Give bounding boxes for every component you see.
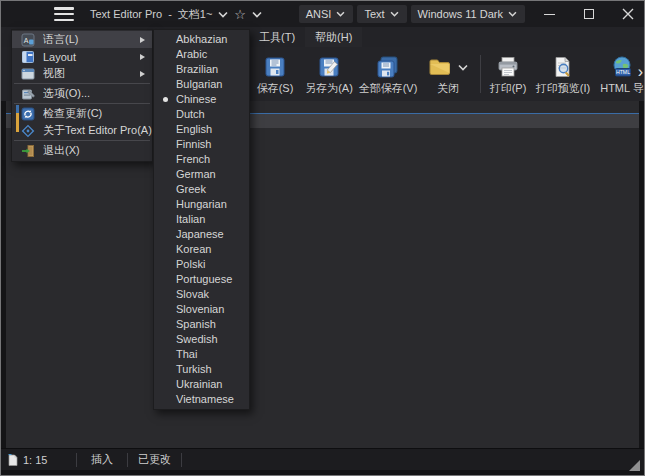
print-icon bbox=[496, 54, 520, 80]
options-icon bbox=[20, 86, 35, 101]
submenu-item-label: Brazilian bbox=[176, 63, 218, 75]
menu-item-language[interactable]: A 语言(L) bbox=[12, 31, 152, 48]
chevron-down-icon bbox=[508, 11, 518, 18]
exit-icon bbox=[20, 143, 35, 158]
save-all-icon bbox=[375, 54, 401, 80]
window-controls bbox=[543, 8, 634, 21]
submenu-arrow-icon bbox=[140, 37, 145, 43]
menu-separator bbox=[14, 103, 150, 104]
submenu-item-label: Polski bbox=[176, 258, 205, 270]
save-as-button[interactable]: 另存为(A) bbox=[301, 50, 357, 98]
menu-item-view[interactable]: 视图 bbox=[12, 65, 152, 82]
submenu-item[interactable]: Arabic bbox=[154, 47, 249, 62]
favorites-dropdown-icon[interactable] bbox=[252, 11, 262, 18]
save-icon bbox=[263, 54, 287, 80]
insert-mode-cell[interactable]: 插入 bbox=[77, 453, 128, 467]
encoding-select[interactable]: ANSI bbox=[299, 5, 354, 23]
submenu-item-label: Dutch bbox=[176, 108, 205, 120]
menu-item-options[interactable]: 选项(O)... bbox=[12, 85, 152, 102]
submenu-item[interactable]: Spanish bbox=[154, 317, 249, 332]
app-window: Text Editor Pro - 文档1~ ☆ ANSI Text Windo… bbox=[0, 0, 645, 476]
tab-tools[interactable]: 工具(T) bbox=[249, 27, 305, 47]
submenu-item-label: Arabic bbox=[176, 48, 207, 60]
theme-select[interactable]: Windows 11 Dark bbox=[411, 5, 525, 23]
language-submenu: Abkhazian Arabic Brazilian Bulgarian Chi… bbox=[153, 29, 250, 410]
submenu-item[interactable]: Portuguese bbox=[154, 272, 249, 287]
submenu-item[interactable]: Italian bbox=[154, 212, 249, 227]
submenu-item-label: Swedish bbox=[176, 333, 218, 345]
modified-status-cell: 已更改 bbox=[128, 453, 182, 467]
save-button[interactable]: 保存(S) bbox=[249, 50, 301, 98]
submenu-item[interactable]: Thai bbox=[154, 347, 249, 362]
hamburger-menu-icon[interactable] bbox=[54, 7, 74, 21]
submenu-item-label: Spanish bbox=[176, 318, 216, 330]
submenu-item[interactable]: Slovak bbox=[154, 287, 249, 302]
submenu-item[interactable]: Finnish bbox=[154, 137, 249, 152]
about-icon bbox=[20, 123, 35, 138]
modified-badge: 已更改 bbox=[138, 452, 171, 467]
submenu-item[interactable]: Hungarian bbox=[154, 197, 249, 212]
submenu-item[interactable]: Swedish bbox=[154, 332, 249, 347]
resize-grip[interactable] bbox=[629, 460, 640, 471]
save-as-icon bbox=[317, 54, 341, 80]
document-icon bbox=[8, 454, 18, 466]
main-dropdown-menu: A 语言(L) Layout 视图 选项(O)... bbox=[11, 29, 153, 162]
submenu-item[interactable]: Vietnamese bbox=[154, 392, 249, 407]
submenu-item-label: Hungarian bbox=[176, 198, 227, 210]
toolbar-overflow-button[interactable]: › bbox=[638, 64, 643, 80]
menu-item-layout[interactable]: Layout bbox=[12, 48, 152, 65]
submenu-item[interactable]: Korean bbox=[154, 242, 249, 257]
menu-item-exit[interactable]: 退出(X) bbox=[12, 142, 152, 159]
submenu-item[interactable]: German bbox=[154, 167, 249, 182]
layout-icon bbox=[20, 49, 35, 64]
gutter-saved-change-marker bbox=[16, 105, 19, 113]
submenu-item-label: Finnish bbox=[176, 138, 211, 150]
submenu-item[interactable]: French bbox=[154, 152, 249, 167]
save-all-button[interactable]: 全部保存(V) bbox=[357, 50, 419, 98]
caret-position-cell: 1: 15 bbox=[1, 453, 77, 467]
minimize-button[interactable] bbox=[543, 8, 556, 21]
toolbar-separator bbox=[480, 55, 481, 93]
submenu-item-label: Portuguese bbox=[176, 273, 232, 285]
submenu-item-label: Japanese bbox=[176, 228, 224, 240]
print-button[interactable]: 打印(P) bbox=[484, 50, 532, 98]
submenu-item-label: Greek bbox=[176, 183, 206, 195]
submenu-item[interactable]: Polski bbox=[154, 257, 249, 272]
submenu-item[interactable]: Bulgarian bbox=[154, 77, 249, 92]
submenu-item[interactable]: Japanese bbox=[154, 227, 249, 242]
submenu-item-label: Vietnamese bbox=[176, 393, 234, 405]
tab-help[interactable]: 帮助(H) bbox=[305, 27, 362, 47]
submenu-item-label: Bulgarian bbox=[176, 78, 222, 90]
submenu-item[interactable]: Slovenian bbox=[154, 302, 249, 317]
title-separator: - bbox=[168, 8, 172, 20]
print-preview-button[interactable]: 打印预览(I) bbox=[532, 50, 594, 98]
window-title: Text Editor Pro - 文档1~ ☆ bbox=[90, 7, 262, 22]
submenu-item[interactable]: Greek bbox=[154, 182, 249, 197]
view-window-icon bbox=[20, 66, 35, 81]
submenu-item[interactable]: Dutch bbox=[154, 107, 249, 122]
maximize-button[interactable] bbox=[582, 8, 595, 21]
close-file-button[interactable]: 关闭 bbox=[419, 50, 477, 98]
menu-separator bbox=[14, 140, 150, 141]
document-dropdown-icon[interactable] bbox=[218, 11, 228, 18]
svg-text:HTML: HTML bbox=[616, 69, 630, 75]
submenu-arrow-icon bbox=[140, 54, 145, 60]
menu-item-check-updates[interactable]: 检查更新(C) bbox=[12, 105, 152, 122]
submenu-item[interactable]: Brazilian bbox=[154, 62, 249, 77]
html-export-icon: HTML bbox=[610, 54, 634, 80]
document-name: 文档1~ bbox=[178, 7, 213, 22]
svg-text:A: A bbox=[23, 36, 28, 43]
submenu-item[interactable]: English bbox=[154, 122, 249, 137]
filetype-select[interactable]: Text bbox=[357, 5, 406, 23]
favorite-star-icon[interactable]: ☆ bbox=[234, 8, 246, 21]
menu-item-about[interactable]: 关于Text Editor Pro(A) bbox=[12, 122, 152, 139]
submenu-item-label: Slovenian bbox=[176, 303, 224, 315]
close-button[interactable] bbox=[621, 8, 634, 21]
submenu-item[interactable]: Ukrainian bbox=[154, 377, 249, 392]
caret-position: 1: 15 bbox=[23, 454, 47, 466]
submenu-item-label: Turkish bbox=[176, 363, 212, 375]
submenu-item[interactable]: Turkish bbox=[154, 362, 249, 377]
submenu-item[interactable]: Abkhazian bbox=[154, 32, 249, 47]
submenu-item[interactable]: Chinese bbox=[154, 92, 249, 107]
submenu-item-label: Slovak bbox=[176, 288, 209, 300]
